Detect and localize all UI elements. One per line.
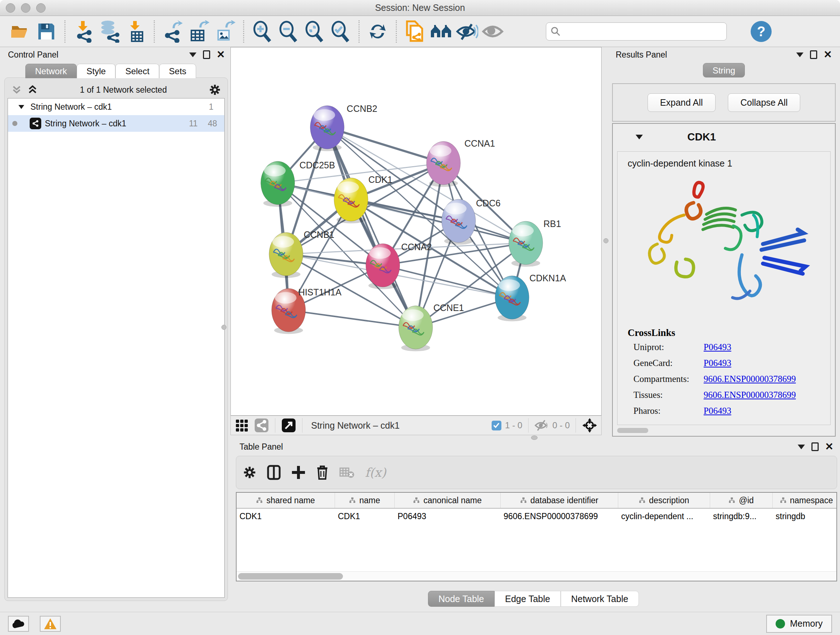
search-input[interactable] bbox=[564, 27, 722, 36]
export-table-button[interactable] bbox=[186, 19, 212, 44]
tab-sets[interactable]: Sets bbox=[159, 64, 196, 78]
hidden-eye-icon[interactable] bbox=[534, 419, 549, 432]
right-splitter-handle[interactable] bbox=[603, 238, 608, 243]
warning-button[interactable] bbox=[40, 616, 61, 632]
collapse-all-icon[interactable] bbox=[11, 84, 22, 95]
network-node[interactable]: CDKN1A bbox=[495, 273, 566, 321]
tab-string[interactable]: String bbox=[703, 63, 745, 78]
export-network-button[interactable] bbox=[160, 19, 186, 44]
tab-style[interactable]: Style bbox=[77, 64, 115, 78]
minimize-window-button[interactable] bbox=[21, 3, 30, 13]
network-graph[interactable]: CCNB2CCNA1CDC25BCDK1CDC6RB1CCNB1CCNA2CDK… bbox=[231, 48, 601, 415]
memory-button[interactable]: Memory bbox=[766, 615, 832, 633]
add-column-icon[interactable] bbox=[291, 464, 306, 480]
node-label: RB1 bbox=[543, 219, 561, 229]
import-network-file-button[interactable] bbox=[71, 19, 96, 44]
column-header[interactable]: namespace bbox=[773, 493, 840, 508]
close-window-button[interactable] bbox=[6, 3, 15, 13]
network-collection-row[interactable]: String Network – cdk1 1 bbox=[8, 98, 224, 115]
network-canvas[interactable]: CCNB2CCNA1CDC25BCDK1CDC6RB1CCNB1CCNA2CDK… bbox=[231, 47, 602, 416]
panel-menu-icon[interactable] bbox=[798, 445, 805, 449]
help-button[interactable]: ? bbox=[751, 21, 772, 42]
table-row[interactable]: CDK1 CDK1 P06493 9606.ENSP00000378699 cy… bbox=[237, 509, 836, 524]
neighborhood-button[interactable] bbox=[428, 19, 454, 44]
table-hscroll-thumb[interactable] bbox=[238, 573, 343, 580]
gene-card-header[interactable]: CDK1 bbox=[613, 124, 835, 150]
zoom-fit-button[interactable] bbox=[302, 19, 327, 44]
save-session-button[interactable] bbox=[33, 19, 59, 44]
delete-column-icon[interactable] bbox=[316, 464, 329, 480]
search-box[interactable] bbox=[546, 22, 727, 41]
cloud-icon bbox=[11, 619, 26, 629]
float-panel-icon[interactable] bbox=[812, 442, 819, 451]
results-hscrollbar[interactable] bbox=[617, 428, 648, 433]
network-node[interactable]: CDC25B bbox=[261, 160, 335, 207]
show-details-button[interactable] bbox=[480, 19, 506, 44]
float-panel-icon[interactable] bbox=[203, 50, 210, 59]
tab-network[interactable]: Network bbox=[25, 64, 77, 78]
expand-all-icon[interactable] bbox=[27, 84, 38, 95]
network-node[interactable]: CCNB2 bbox=[310, 103, 377, 151]
birds-eye-icon[interactable] bbox=[582, 417, 598, 433]
column-header[interactable]: canonical name bbox=[395, 493, 501, 508]
apply-layout-button[interactable] bbox=[365, 19, 391, 44]
column-header[interactable]: shared name bbox=[237, 493, 335, 508]
grid-view-icon[interactable] bbox=[234, 418, 249, 432]
network-row[interactable]: String Network – cdk1 11 48 bbox=[8, 115, 224, 132]
open-session-button[interactable] bbox=[7, 19, 33, 44]
network-view-icon[interactable] bbox=[254, 418, 269, 433]
network-node[interactable]: CCNE1 bbox=[399, 302, 464, 352]
collapse-triangle-icon[interactable] bbox=[17, 103, 25, 111]
close-panel-icon[interactable]: ✕ bbox=[825, 442, 834, 452]
cloud-button[interactable] bbox=[8, 616, 29, 632]
network-edge[interactable] bbox=[327, 127, 416, 328]
close-panel-icon[interactable]: ✕ bbox=[217, 50, 225, 60]
network-node[interactable]: HIST1H1A bbox=[272, 287, 341, 334]
detach-view-icon[interactable] bbox=[281, 418, 296, 433]
column-header[interactable]: name bbox=[335, 493, 395, 508]
table-settings-gear-icon[interactable] bbox=[243, 466, 256, 479]
genecard-link[interactable]: P06493 bbox=[704, 358, 731, 368]
tab-network-table[interactable]: Network Table bbox=[561, 591, 639, 607]
hide-details-button[interactable] bbox=[454, 19, 480, 44]
tab-edge-table[interactable]: Edge Table bbox=[494, 591, 561, 607]
zoom-out-button[interactable] bbox=[275, 19, 302, 44]
export-image-button[interactable] bbox=[212, 19, 238, 44]
node-label: HIST1H1A bbox=[298, 287, 342, 297]
zoom-in-button[interactable] bbox=[249, 19, 275, 44]
tab-select[interactable]: Select bbox=[115, 64, 159, 78]
left-splitter-handle[interactable] bbox=[221, 325, 226, 330]
delete-table-icon[interactable] bbox=[339, 466, 355, 479]
node-label: CCNB2 bbox=[347, 103, 377, 114]
tab-node-table[interactable]: Node Table bbox=[428, 591, 494, 607]
selected-checkbox-icon[interactable] bbox=[492, 421, 501, 431]
network-node[interactable]: CCNB1 bbox=[269, 230, 334, 278]
collapse-all-button[interactable]: Collapse All bbox=[728, 93, 801, 112]
network-edge[interactable] bbox=[289, 310, 416, 328]
zoom-window-button[interactable] bbox=[36, 3, 46, 13]
expand-all-button[interactable]: Expand All bbox=[647, 93, 715, 112]
close-panel-icon[interactable]: ✕ bbox=[824, 50, 832, 60]
tissues-link[interactable]: 9606.ENSP00000378699 bbox=[704, 390, 796, 400]
pharos-link[interactable]: P06493 bbox=[704, 406, 731, 416]
float-panel-icon[interactable] bbox=[810, 50, 817, 59]
clone-network-button[interactable] bbox=[402, 19, 428, 44]
network-node[interactable]: RB1 bbox=[508, 219, 561, 267]
network-edge[interactable] bbox=[327, 127, 443, 163]
panel-menu-icon[interactable] bbox=[189, 52, 196, 57]
collapse-section-icon[interactable] bbox=[635, 132, 644, 141]
import-table-button[interactable] bbox=[123, 19, 149, 44]
uniprot-link[interactable]: P06493 bbox=[704, 342, 731, 352]
column-header[interactable]: @id bbox=[710, 493, 773, 508]
import-network-database-button[interactable] bbox=[96, 19, 123, 44]
column-header[interactable]: database identifier bbox=[501, 493, 618, 508]
panel-menu-icon[interactable] bbox=[796, 52, 804, 57]
compartments-link[interactable]: 9606.ENSP00000378699 bbox=[704, 374, 796, 384]
control-panel-title: Control Panel bbox=[8, 50, 58, 60]
function-builder-button[interactable]: f(x) bbox=[365, 465, 386, 480]
gear-icon[interactable] bbox=[209, 84, 221, 96]
show-columns-icon[interactable] bbox=[267, 464, 281, 480]
column-header[interactable]: description bbox=[618, 493, 710, 508]
table-hscrollbar[interactable] bbox=[237, 571, 836, 581]
zoom-selected-button[interactable] bbox=[327, 19, 354, 44]
